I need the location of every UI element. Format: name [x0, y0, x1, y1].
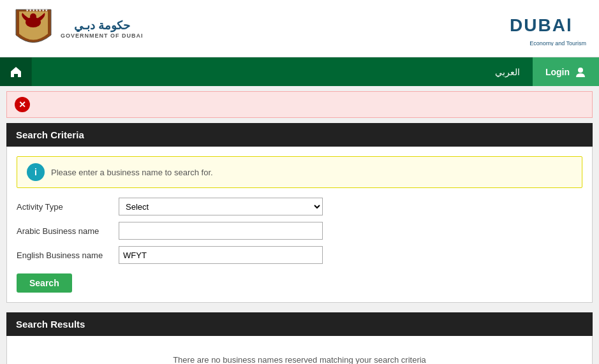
activity-type-row: Activity Type Select: [17, 198, 582, 215]
svg-text:DUBАl: DUBАl: [510, 15, 573, 35]
activity-type-label: Activity Type: [17, 202, 119, 212]
arabic-name-input[interactable]: [119, 222, 323, 240]
search-criteria-title: Search Criteria: [16, 129, 84, 140]
page-header: ★★★★★★★ حكومة دبـي GOVERNMENT OF DUBAI D…: [0, 0, 599, 57]
main-content: Search Criteria i Please enter a busines…: [6, 123, 593, 364]
search-button-container: Search: [17, 270, 582, 293]
search-button[interactable]: Search: [17, 273, 72, 293]
no-results-message: There are no business names reserved mat…: [173, 355, 426, 364]
search-results-header: Search Results: [6, 312, 593, 336]
error-close-icon[interactable]: ✕: [15, 97, 30, 112]
activity-type-select[interactable]: Select: [119, 198, 323, 215]
search-criteria-section: Search Criteria i Please enter a busines…: [6, 123, 593, 303]
english-name-label: English Business name: [17, 251, 119, 260]
svg-point-1: [30, 13, 36, 20]
english-name-row: English Business name: [17, 246, 582, 264]
svg-text:Economy and Tourism: Economy and Tourism: [529, 40, 586, 46]
search-criteria-header: Search Criteria: [6, 123, 593, 147]
arabic-name-row: Arabic Business name: [17, 222, 582, 240]
svg-point-6: [578, 68, 583, 73]
english-name-input[interactable]: [119, 246, 323, 264]
info-text: Please enter a business name to search f…: [51, 168, 213, 177]
info-icon: i: [27, 163, 45, 181]
error-banner: ✕: [6, 91, 593, 118]
search-results-title: Search Results: [16, 319, 85, 330]
search-criteria-body: i Please enter a business name to search…: [6, 147, 593, 303]
home-button[interactable]: [0, 57, 32, 86]
coat-of-arms: ★★★★★★★: [13, 6, 54, 51]
home-icon: [10, 66, 22, 78]
navbar: العربي Login: [0, 57, 599, 86]
gov-arabic-text: حكومة دبـي: [74, 18, 130, 33]
login-button[interactable]: Login: [533, 57, 599, 86]
search-results-section: Search Results There are no business nam…: [6, 312, 593, 364]
search-results-body: There are no business names reserved mat…: [6, 336, 593, 364]
gov-english-text: GOVERNMENT OF DUBAI: [61, 33, 144, 39]
header-left: ★★★★★★★ حكومة دبـي GOVERNMENT OF DUBAI: [13, 6, 144, 51]
arabic-name-label: Arabic Business name: [17, 226, 119, 236]
dubai-logo: DUBАl للاقتصاد والسياحة Economy and Tour…: [510, 11, 586, 46]
login-label: Login: [545, 67, 570, 77]
arabic-language-button[interactable]: العربي: [482, 67, 533, 77]
gov-logo-text: حكومة دبـي GOVERNMENT OF DUBAI: [61, 18, 144, 39]
user-icon: [575, 66, 586, 78]
svg-text:★★★★★★★: ★★★★★★★: [26, 8, 48, 12]
info-box: i Please enter a business name to search…: [17, 156, 582, 188]
